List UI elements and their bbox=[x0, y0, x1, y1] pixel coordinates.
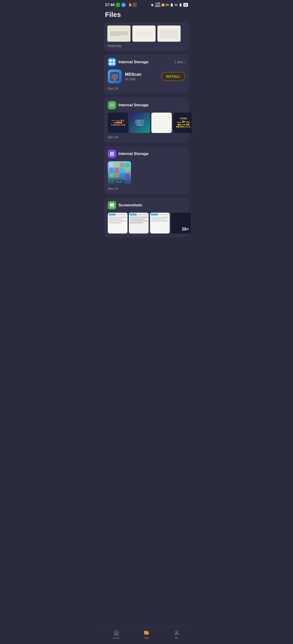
yesterday-thumbnails bbox=[107, 26, 186, 42]
screenshots-section: Screenshots MDScan bbox=[104, 197, 189, 237]
screenshot-4-plus[interactable]: 28+ bbox=[171, 213, 191, 234]
section-header-left-1: Internal Storage bbox=[108, 58, 148, 66]
svg-rect-2 bbox=[110, 154, 112, 156]
nav-home[interactable]: Home bbox=[101, 630, 131, 639]
thumb-3[interactable] bbox=[157, 26, 181, 42]
internal-storage-images-section: Internal Storage MX Player播放MX播放器手机播放器天花… bbox=[104, 97, 189, 143]
single-image-thumb[interactable]: 02-16 ▾ bbox=[108, 161, 131, 184]
slash-icon bbox=[133, 3, 137, 7]
grid-image-4[interactable]: 手机刷机oppo 4+ 华为魅族 小米 荣耀美图 真我 Realme bbox=[173, 112, 192, 133]
image-grid-1: MX Player播放MX播放器手机播放器天花板 让屏幕上打插视频上打功能监录 bbox=[108, 112, 185, 133]
signal-bars-2: ▐▌ bbox=[179, 4, 182, 6]
screenshots-grid: MDScan MDScan MDScan bbox=[108, 213, 185, 234]
status-bar: 17:44 ⏰ 2.00KB/S 📶 5G ▐▌ 5G ▐▌ 52 bbox=[101, 0, 192, 9]
file-icon bbox=[143, 630, 150, 636]
signal-5g-1: 5G bbox=[165, 4, 169, 6]
status-left: 17:44 bbox=[105, 3, 137, 7]
yesterday-section: Yesterday bbox=[104, 22, 189, 51]
section-header-2: Internal Storage bbox=[108, 101, 185, 109]
green-mountain-icon-2 bbox=[108, 201, 116, 210]
grid-image-3[interactable] bbox=[151, 112, 172, 133]
mdscan-app-icon bbox=[108, 70, 122, 84]
svg-rect-0 bbox=[110, 152, 112, 154]
internal-storage-title-3: Internal Storage bbox=[118, 152, 148, 156]
signal-5g-2: 5G bbox=[174, 4, 178, 6]
section-date-1: Dec 24 bbox=[108, 87, 185, 90]
section-header-left-2: Internal Storage bbox=[108, 101, 148, 109]
item-count-1: 1 item bbox=[174, 60, 183, 64]
svg-rect-3 bbox=[112, 154, 114, 156]
green-mountain-icon-1 bbox=[108, 101, 116, 109]
nav-me[interactable]: Me bbox=[162, 630, 192, 639]
app-item-mdscan[interactable]: MDScan 58.1MB INSTALL bbox=[108, 70, 185, 84]
internal-storage-single-section: Internal Storage bbox=[104, 146, 189, 194]
bottom-nav: Home File Me bbox=[101, 627, 192, 644]
screenshots-title: Screenshots bbox=[118, 203, 142, 208]
section-date-2: Dec 24 bbox=[108, 135, 185, 139]
screenshot-2[interactable]: MDScan bbox=[129, 213, 149, 234]
mdscan-info: MDScan 58.1MB bbox=[125, 72, 158, 81]
mdscan-name: MDScan bbox=[125, 72, 158, 77]
home-icon bbox=[113, 630, 119, 636]
purple-icon bbox=[108, 150, 116, 158]
status-right: ⏰ 2.00KB/S 📶 5G ▐▌ 5G ▐▌ 52 bbox=[151, 2, 188, 8]
grid-image-1[interactable]: MX Player播放MX播放器手机播放器天花板 bbox=[108, 112, 128, 133]
section-header-left-screenshots: Screenshots bbox=[108, 201, 142, 210]
page-title: Files bbox=[101, 9, 192, 22]
internal-storage-title-1: Internal Storage bbox=[118, 60, 148, 64]
battery-indicator: 52 bbox=[183, 3, 188, 7]
install-button[interactable]: INSTALL bbox=[161, 72, 185, 81]
section-header-3: Internal Storage bbox=[108, 150, 185, 158]
thumb-1[interactable] bbox=[107, 26, 131, 42]
me-icon bbox=[174, 630, 180, 636]
grid-image-2[interactable]: 让屏幕上打插视频上打功能监录 bbox=[130, 112, 150, 133]
svg-point-4 bbox=[176, 631, 178, 633]
yesterday-date: Yesterday bbox=[107, 44, 186, 48]
nav-me-label: Me bbox=[175, 636, 178, 639]
screenshot-1[interactable]: MDScan bbox=[108, 213, 128, 234]
alarm-icon: ⏰ bbox=[151, 4, 154, 6]
internal-storage-title-2: Internal Storage bbox=[118, 103, 148, 108]
color-icon bbox=[127, 3, 131, 7]
section-count-1[interactable]: 1 item › bbox=[174, 60, 185, 64]
signal-bars-1: ▐▌ bbox=[170, 4, 174, 6]
section-header-1: Internal Storage 1 item › bbox=[108, 58, 185, 66]
speed-indicator: 2.00KB/S bbox=[155, 2, 160, 8]
nav-file[interactable]: File bbox=[131, 630, 162, 639]
nav-file-label: File bbox=[144, 636, 149, 639]
nav-home-label: Home bbox=[113, 636, 120, 639]
thumb-2[interactable] bbox=[132, 26, 156, 42]
chevron-icon-1: › bbox=[184, 60, 185, 64]
internal-storage-app-section: Internal Storage 1 item › MDScan 58 bbox=[104, 54, 189, 94]
mdscan-size: 58.1MB bbox=[125, 77, 158, 81]
wifi-icon: 📶 bbox=[161, 4, 165, 6]
section-date-3: Dec 24 bbox=[108, 187, 185, 190]
svg-rect-1 bbox=[112, 152, 114, 154]
wechat-icon bbox=[116, 3, 120, 7]
status-time: 17:44 bbox=[105, 3, 115, 7]
section-header-left-3: Internal Storage bbox=[108, 150, 148, 158]
blue-dots-icon bbox=[108, 58, 116, 66]
content-area: Yesterday Internal Storage 1 item › bbox=[101, 22, 192, 259]
section-header-screenshots: Screenshots bbox=[108, 201, 185, 210]
arrow-icon bbox=[121, 3, 126, 7]
screenshot-3[interactable]: MDScan bbox=[150, 213, 170, 234]
